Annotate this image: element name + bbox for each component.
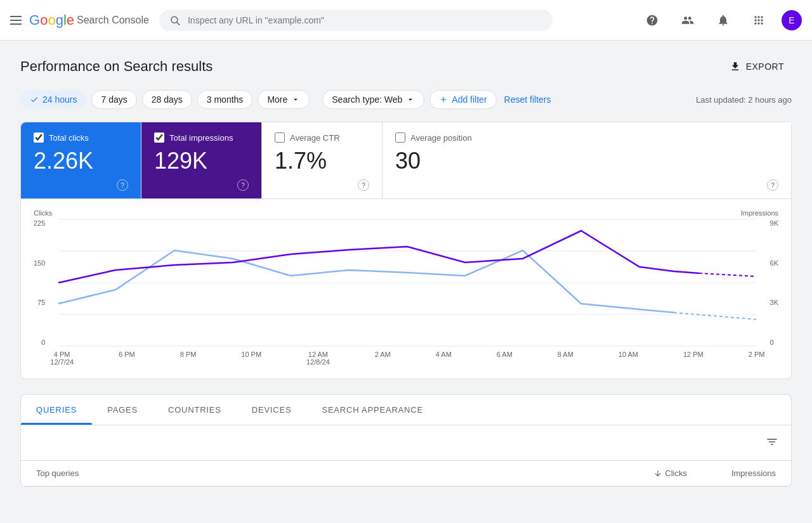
header-actions: E (639, 8, 802, 33)
reset-filters-button[interactable]: Reset filters (504, 94, 551, 105)
filter-24hours[interactable]: 24 hours (20, 90, 86, 109)
filter-bar: 24 hours 7 days 28 days 3 months More Se… (20, 90, 792, 109)
main-content: Performance on Search results EXPORT 24 … (0, 41, 812, 502)
tab-search-appearance[interactable]: SEARCH APPEARANCE (306, 395, 438, 425)
tabs-container: QUERIES PAGES COUNTRIES DEVICES SEARCH A… (20, 394, 792, 487)
average-position-checkbox[interactable] (395, 132, 405, 143)
page-title: Performance on Search results (20, 58, 213, 75)
tabs-row: QUERIES PAGES COUNTRIES DEVICES SEARCH A… (21, 395, 791, 425)
metrics-row: Total clicks 2.26K ? Total impressions 1… (20, 122, 792, 198)
apps-icon[interactable] (746, 8, 771, 33)
search-icon (169, 15, 180, 26)
help-icon[interactable] (639, 8, 665, 33)
export-button[interactable]: EXPORT (722, 56, 792, 77)
filter-7days[interactable]: 7 days (91, 90, 136, 109)
total-impressions-checkbox[interactable] (154, 132, 164, 143)
metric-average-ctr: Average CTR 1.7% ? (262, 122, 383, 198)
avatar[interactable]: E (782, 10, 802, 30)
total-clicks-checkbox[interactable] (34, 132, 44, 143)
average-ctr-value: 1.7% (275, 148, 369, 174)
notifications-icon[interactable] (710, 8, 736, 33)
total-clicks-help-icon[interactable]: ? (117, 179, 128, 191)
metric-total-impressions: Total impressions 129K ? (141, 122, 262, 198)
url-search-input[interactable] (188, 15, 542, 25)
y-axis-left: 225 150 75 0 (34, 219, 50, 346)
tab-pages[interactable]: PAGES (92, 395, 153, 425)
chart-container: Clicks Impressions 225 150 75 0 (20, 198, 792, 379)
app-title: Search Console (77, 15, 149, 26)
search-type-filter[interactable]: Search type: Web (322, 90, 424, 109)
download-icon (730, 61, 741, 72)
total-impressions-value: 129K (154, 148, 249, 174)
filter-28days[interactable]: 28 days (142, 90, 192, 109)
chart-area: 4 PM12/7/24 6 PM 8 PM 10 PM 12 AM12/8/24… (50, 219, 764, 366)
last-updated-text: Last updated: 2 hours ago (696, 95, 792, 105)
col-header-impressions: Impressions (687, 468, 776, 478)
sort-icon (653, 469, 662, 478)
add-filter-icon (439, 95, 448, 104)
hamburger-menu-icon[interactable] (10, 16, 22, 25)
svg-line-7 (674, 313, 756, 320)
filter-3months[interactable]: 3 months (197, 90, 253, 109)
svg-line-8 (699, 273, 756, 276)
page-title-bar: Performance on Search results EXPORT (20, 56, 792, 77)
table-header: Top queries Clicks Impressions (21, 461, 791, 486)
table-filter-icon[interactable] (763, 433, 781, 453)
average-ctr-checkbox[interactable] (275, 132, 285, 143)
col-header-clicks: Clicks (598, 468, 687, 478)
chart-svg (50, 219, 764, 346)
average-position-help-icon[interactable]: ? (767, 179, 778, 191)
average-ctr-help-icon[interactable]: ? (358, 179, 369, 191)
tabs-toolbar (21, 425, 791, 461)
metric-total-clicks: Total clicks 2.26K ? (21, 122, 141, 198)
tab-countries[interactable]: COUNTRIES (153, 395, 237, 425)
tab-queries[interactable]: QUERIES (21, 395, 92, 425)
col-header-query: Top queries (36, 468, 598, 478)
svg-line-1 (177, 22, 180, 25)
y-axis-right: 9K 6K 3K 0 (765, 219, 778, 346)
url-search-bar[interactable] (159, 10, 553, 31)
total-clicks-value: 2.26K (34, 148, 128, 174)
check-icon (30, 95, 39, 104)
header: Google Search Console E (0, 0, 812, 41)
x-axis-labels: 4 PM12/7/24 6 PM 8 PM 10 PM 12 AM12/8/24… (50, 351, 764, 366)
filter-more[interactable]: More (258, 90, 310, 109)
admin-icon[interactable] (675, 8, 700, 33)
chevron-down-icon (291, 95, 300, 104)
tab-devices[interactable]: DEVICES (237, 395, 307, 425)
add-filter-button[interactable]: Add filter (429, 90, 496, 109)
y-axis-left-label: Clicks (34, 209, 52, 217)
metric-average-position: Average position 30 ? (383, 122, 791, 198)
total-impressions-help-icon[interactable]: ? (237, 179, 249, 191)
average-position-value: 30 (395, 148, 778, 174)
y-axis-right-label: Impressions (741, 209, 778, 217)
search-type-chevron-icon (406, 95, 415, 104)
app-logo: Google Search Console (29, 12, 149, 29)
